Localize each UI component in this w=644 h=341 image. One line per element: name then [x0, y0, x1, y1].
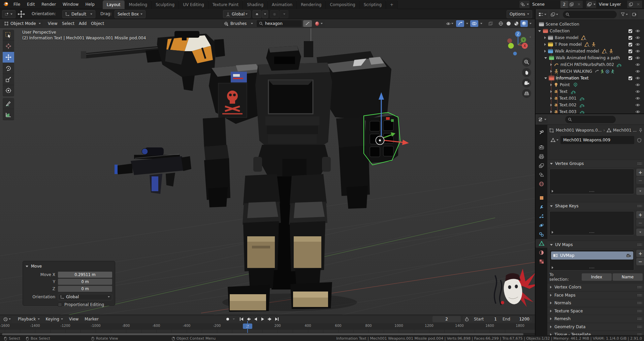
tab-scripting[interactable]: Scripting	[360, 0, 386, 9]
gizmo-options-dropdown[interactable]	[465, 20, 470, 27]
pin-icon[interactable]	[639, 128, 643, 133]
tab-object[interactable]	[536, 194, 547, 202]
tab-modifiers[interactable]	[536, 203, 547, 211]
tab-physics[interactable]	[536, 221, 547, 230]
expand-icon[interactable]	[538, 30, 541, 32]
move-orientation-dropdown[interactable]: Global	[58, 294, 112, 300]
tab-sculpting[interactable]: Sculpting	[152, 0, 179, 9]
hide-eye-icon[interactable]	[635, 43, 640, 46]
tab-texture[interactable]	[536, 257, 547, 266]
hide-eye-icon[interactable]	[635, 63, 640, 66]
frame-start-field[interactable]: Start1	[471, 316, 500, 322]
hide-eye-icon[interactable]	[635, 90, 640, 93]
move-z-field[interactable]: 0 m	[58, 286, 112, 292]
timeline-ruler[interactable]: 2 -1600-1400-1200-1000-800-600-400-20020…	[0, 323, 535, 329]
hide-eye-icon[interactable]	[635, 83, 640, 87]
jump-to-end-button[interactable]	[273, 316, 280, 322]
show-gizmo-toggle[interactable]	[456, 20, 464, 27]
uv-map-list-item[interactable]: UVMap	[551, 251, 633, 260]
collection-checkbox[interactable]	[629, 36, 632, 40]
vertex-group-specials-button[interactable]	[636, 187, 644, 195]
select-box-tool[interactable]	[3, 30, 14, 41]
copy-name-button[interactable]: Name	[613, 273, 643, 281]
uv-maps-panel-header[interactable]: UV Maps	[547, 241, 644, 248]
properties-search-input[interactable]	[565, 116, 616, 123]
tab-render[interactable]	[536, 143, 547, 152]
auto-key-button[interactable]	[224, 316, 231, 322]
tab-rendering[interactable]: Rendering	[297, 0, 326, 9]
scene-users-badge[interactable]: 2	[560, 1, 568, 8]
scene-new-button[interactable]	[568, 1, 575, 8]
expand-icon[interactable]	[544, 57, 547, 59]
outliner-row-scene-collection[interactable]: Scene Collection	[536, 21, 644, 28]
fake-user-button[interactable]	[636, 136, 643, 144]
breadcrumb-data[interactable]: Mech001 ...	[613, 128, 637, 133]
vertex-groups-list[interactable]	[549, 169, 634, 194]
shading-rendered-button[interactable]	[520, 20, 528, 27]
auto-key-dropdown[interactable]	[231, 316, 236, 322]
missile-pod-selected[interactable]	[364, 112, 400, 165]
rotate-tool[interactable]	[3, 63, 14, 74]
outliner-row-walk-animated-model[interactable]: Walk Animated model 5	[536, 48, 644, 55]
tab-uv-editing[interactable]: UV Editing	[179, 0, 208, 9]
transform-tool[interactable]	[3, 85, 14, 96]
proportional-falloff-dropdown[interactable]	[280, 10, 288, 18]
collection-checkbox[interactable]	[629, 29, 632, 33]
expand-icon[interactable]	[550, 104, 552, 106]
resize-corner-icon[interactable]	[552, 190, 553, 193]
uv-maps-list[interactable]: UVMap	[549, 250, 634, 271]
active-render-camera-icon[interactable]	[626, 253, 631, 258]
brushes-dropdown[interactable]: Brushes	[222, 20, 255, 27]
outliner-row-t-pose-model[interactable]: T Pose model 5	[536, 41, 644, 48]
current-frame-field[interactable]: 2	[432, 316, 461, 322]
menu-file[interactable]: File	[10, 0, 24, 9]
drag-handle-icon[interactable]	[637, 205, 642, 208]
jump-to-start-button[interactable]	[238, 316, 245, 322]
vertex-colors-panel-header[interactable]: Vertex Colors	[547, 283, 644, 291]
copy-index-button[interactable]: Index	[582, 273, 612, 281]
tab-texture-paint[interactable]: Texture Paint	[208, 0, 243, 9]
outliner-search-input[interactable]	[563, 11, 617, 18]
hide-eye-icon[interactable]	[635, 97, 640, 100]
outliner-row-mech-path[interactable]: mECH PATHNurbsPath.002	[536, 61, 644, 68]
hide-eye-icon[interactable]	[635, 76, 640, 80]
collection-checkbox[interactable]	[629, 43, 632, 46]
collection-checkbox[interactable]	[629, 49, 632, 53]
outliner-row-walk-animated-path[interactable]: Walk Animated following a path	[536, 55, 644, 61]
hide-eye-icon[interactable]	[635, 70, 640, 73]
outliner-row-text-002[interactable]: Text.002	[536, 102, 644, 108]
hide-eye-icon[interactable]	[635, 36, 640, 39]
hide-eye-icon[interactable]	[635, 56, 640, 60]
tab-world[interactable]	[536, 179, 547, 188]
expand-icon[interactable]	[550, 97, 552, 100]
tab-tool[interactable]	[536, 128, 547, 137]
scale-tool[interactable]	[3, 74, 14, 85]
shading-material-button[interactable]	[513, 20, 520, 27]
drag-handle-icon[interactable]	[637, 162, 642, 165]
expand-icon[interactable]	[550, 83, 552, 86]
add-shape-key-button[interactable]: +	[636, 211, 644, 218]
outliner-row-text-003[interactable]: Text.003	[536, 108, 644, 114]
expand-icon[interactable]	[544, 50, 546, 53]
move-y-field[interactable]: 0 m	[58, 279, 112, 285]
use-preview-range-button[interactable]	[463, 316, 471, 322]
next-keyframe-button[interactable]	[266, 316, 273, 322]
panel-expand-icon[interactable]	[26, 266, 28, 267]
outliner-filter-type-button[interactable]	[549, 11, 559, 18]
playhead-line[interactable]	[247, 321, 248, 333]
brush-material-button[interactable]	[313, 20, 325, 27]
outliner-row-mech-walking[interactable]: MECH WALKING	[536, 68, 644, 75]
frame-end-field[interactable]: End1200	[500, 316, 532, 322]
mode-dropdown[interactable]: Object Mode	[2, 20, 43, 27]
view-layer-browse-button[interactable]	[586, 1, 596, 8]
tab-object-data[interactable]	[536, 239, 547, 248]
shading-wireframe-button[interactable]	[497, 20, 505, 27]
outliner-filter-button[interactable]	[619, 11, 629, 18]
options-dropdown[interactable]: Options	[507, 10, 532, 18]
outliner-display-mode-button[interactable]	[537, 11, 548, 18]
list-drag-dots-icon[interactable]	[589, 191, 594, 193]
transform-orientation-dropdown[interactable]: Global	[223, 10, 251, 18]
hide-eye-icon[interactable]	[635, 110, 640, 113]
outliner-row-point[interactable]: Point	[536, 81, 644, 88]
pan-button[interactable]	[522, 68, 531, 77]
